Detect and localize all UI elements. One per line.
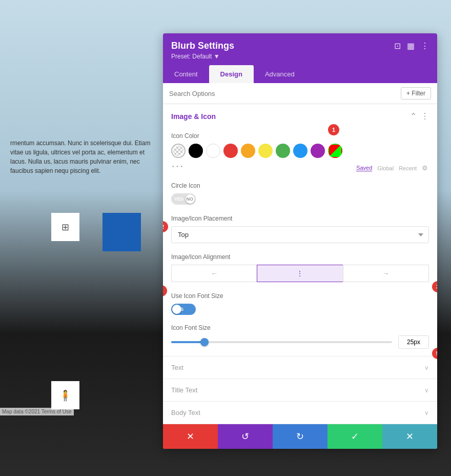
slider-container: 25px 5 <box>171 335 429 349</box>
tab-design[interactable]: Design <box>209 65 254 83</box>
color-swatch-green[interactable] <box>276 144 290 158</box>
panel-tabs: Content Design Advanced <box>163 65 437 83</box>
color-tabs: Saved Global Recent ⚙ <box>355 164 428 172</box>
text-section-title: Text <box>171 364 183 371</box>
slider-thumb[interactable] <box>200 338 209 346</box>
icon-color-label: Icon Color <box>171 132 429 140</box>
toggle-yes-label: YES <box>174 196 183 202</box>
panel-header: Blurb Settings ⊡ ▦ ⋮ Preset: Default ▼ <box>163 33 437 65</box>
save-button[interactable]: ✓ <box>327 424 382 449</box>
placement-select[interactable]: Top Left Right Bottom <box>171 226 429 243</box>
image-icon-section-header[interactable]: Image & Icon ⌃ ⋮ <box>163 104 437 128</box>
step-badge-2: 2 <box>163 221 168 232</box>
toggle-no-label: NO <box>187 196 194 202</box>
image-icon-section: Image & Icon ⌃ ⋮ 1 Icon Color <box>163 104 437 356</box>
color-swatch-red[interactable] <box>223 144 238 158</box>
color-swatch-white[interactable] <box>206 144 220 158</box>
use-icon-font-size-label: Use Icon Font Size <box>171 292 429 300</box>
color-swatch-transparent[interactable] <box>171 144 186 158</box>
slider-fill <box>171 341 204 343</box>
section-actions: ⌃ ⋮ <box>410 111 429 121</box>
background-blue-box <box>102 213 141 251</box>
text-section[interactable]: Text ∨ <box>163 356 437 379</box>
more-options-icon[interactable]: ⋮ <box>421 41 429 51</box>
color-swatches <box>171 144 429 158</box>
redo-button[interactable]: ↻ <box>273 424 327 449</box>
body-text-section-title: Body Text <box>171 409 200 417</box>
color-tab-global[interactable]: Global <box>377 165 394 171</box>
cancel-button[interactable]: ✕ <box>163 424 218 449</box>
preset-label[interactable]: Preset: Default ▼ <box>171 53 429 60</box>
alignment-label: Image/Icon Alignment <box>171 253 429 261</box>
circle-icon-row: Circle Icon YES NO <box>163 178 437 211</box>
font-size-input[interactable]: 25px <box>398 335 429 349</box>
color-swatch-stripe[interactable] <box>328 144 342 158</box>
background-white-box: ⊞ <box>51 213 79 241</box>
align-center-button[interactable]: ⋮ <box>257 265 342 282</box>
color-swatch-black[interactable] <box>189 144 203 158</box>
toggle-thumb-2 <box>172 305 181 314</box>
body-text-section[interactable]: Body Text ∨ <box>163 402 437 424</box>
extra-button[interactable]: ✕ <box>382 424 437 449</box>
background-text: rmentum accumsan. Nunc in scelerisque du… <box>0 133 164 181</box>
bottom-toolbar: ✕ ↺ ↻ ✓ ✕ <box>163 424 437 449</box>
panel-body: Image & Icon ⌃ ⋮ 1 Icon Color <box>163 104 437 424</box>
color-swatch-blue[interactable] <box>293 144 308 158</box>
body-text-chevron-icon: ∨ <box>424 409 429 417</box>
circle-icon-toggle-track[interactable]: YES NO <box>171 193 196 205</box>
alignment-row: Image/Icon Alignment ← ⋮ → 3 <box>163 249 437 288</box>
color-swatch-yellow[interactable] <box>258 144 273 158</box>
map-credit: Map data ©2021 Terms of Use <box>0 408 74 415</box>
search-bar: + Filter <box>163 83 437 104</box>
icon-font-size-row: Icon Font Size 25px 5 <box>163 321 437 356</box>
align-right-button[interactable]: → <box>343 265 429 282</box>
icon-font-size-label: Icon Font Size <box>171 324 429 331</box>
slider-value-box: 25px 5 <box>398 335 429 349</box>
tab-advanced[interactable]: Advanced <box>254 65 306 83</box>
image-icon-title: Image & Icon <box>171 112 216 121</box>
use-icon-font-size-toggle[interactable]: 4 YES <box>171 304 429 315</box>
alignment-buttons: ← ⋮ → <box>171 265 429 282</box>
collapse-icon[interactable]: ⌃ <box>410 111 417 121</box>
title-text-chevron-icon: ∨ <box>424 387 429 394</box>
undo-button[interactable]: ↺ <box>218 424 273 449</box>
fullscreen-icon[interactable]: ⊡ <box>394 41 401 51</box>
placement-label: Image/Icon Placement <box>171 215 429 222</box>
header-icons: ⊡ ▦ ⋮ <box>394 41 429 51</box>
section-menu-icon[interactable]: ⋮ <box>421 111 429 121</box>
settings-panel: Blurb Settings ⊡ ▦ ⋮ Preset: Default ▼ C… <box>163 33 437 449</box>
swatch-more-dots: • • • <box>172 164 183 169</box>
use-icon-font-size-row: Use Icon Font Size 4 YES <box>163 288 437 321</box>
grid-icon[interactable]: ▦ <box>407 41 415 51</box>
background-avatar: 🧍 <box>51 381 79 409</box>
step-badge-1: 1 <box>328 124 339 135</box>
text-chevron-icon: ∨ <box>424 364 429 371</box>
panel-title: Blurb Settings <box>171 41 234 51</box>
color-tab-saved[interactable]: Saved <box>356 165 372 171</box>
color-tab-recent[interactable]: Recent <box>399 165 417 171</box>
circle-icon-toggle[interactable]: YES NO <box>171 193 429 205</box>
color-swatch-purple[interactable] <box>311 144 325 158</box>
slider-track[interactable] <box>171 341 392 343</box>
color-swatch-orange[interactable] <box>241 144 255 158</box>
title-text-section-title: Title Text <box>171 386 197 394</box>
align-left-button[interactable]: ← <box>171 265 257 282</box>
search-input[interactable] <box>169 90 401 97</box>
circle-icon-label: Circle Icon <box>171 182 429 189</box>
title-text-section[interactable]: Title Text ∨ <box>163 379 437 402</box>
placement-row: 2 Image/Icon Placement Top Left Right Bo… <box>163 211 437 249</box>
use-icon-font-size-toggle-track[interactable]: YES <box>171 304 196 315</box>
filter-button[interactable]: + Filter <box>401 87 431 100</box>
tab-content[interactable]: Content <box>163 65 209 83</box>
icon-color-row: 1 Icon Color • • • Sav <box>163 128 437 178</box>
color-settings-icon[interactable]: ⚙ <box>422 164 428 172</box>
